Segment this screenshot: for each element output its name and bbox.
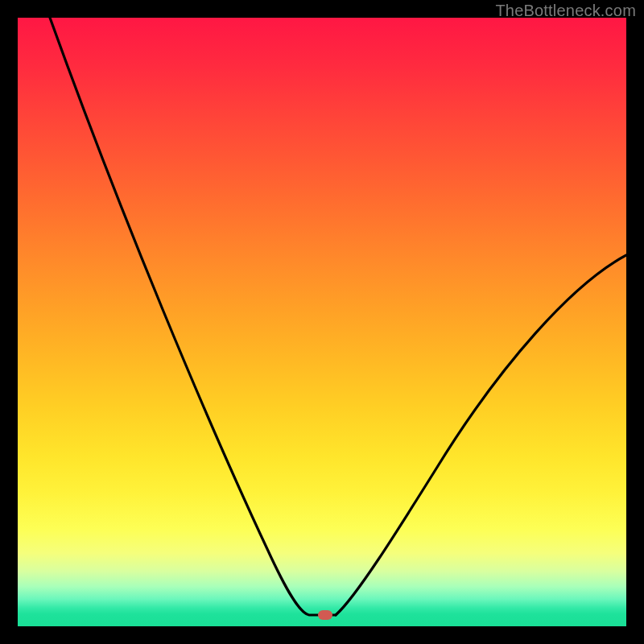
chart-frame: TheBottleneck.com <box>0 0 644 644</box>
curve-right <box>336 255 626 615</box>
plot-area <box>18 18 626 626</box>
bottleneck-curve <box>18 18 626 626</box>
bottleneck-marker <box>318 610 332 620</box>
watermark-text: TheBottleneck.com <box>495 2 636 20</box>
curve-left <box>50 18 336 615</box>
